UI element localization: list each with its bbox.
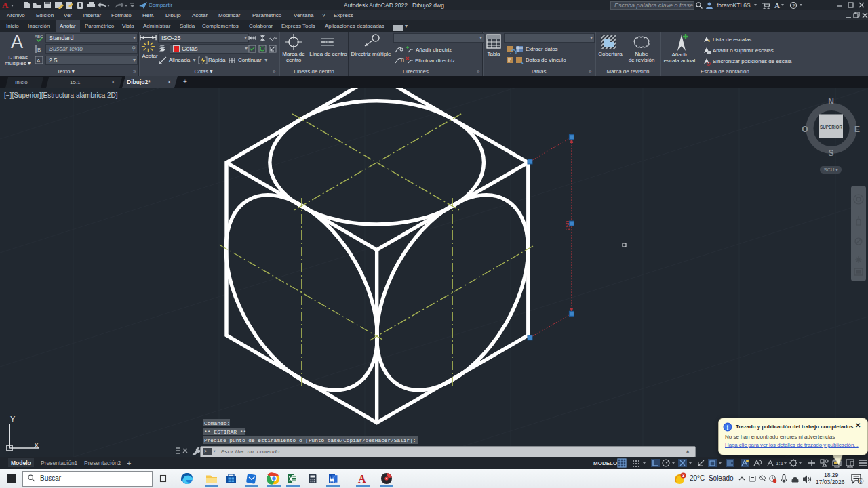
svg-text:1:1: 1:1 [776,460,784,466]
svg-text:8: 8 [401,57,404,64]
svg-text:i: i [727,424,729,431]
svg-text:O: O [802,125,808,134]
svg-text:6: 6 [859,479,862,483]
svg-text:3: 3 [682,473,685,478]
svg-text:A: A [2,0,9,10]
svg-text:S: S [828,148,833,158]
svg-text:A: A [774,1,780,9]
svg-text:A: A [358,473,366,485]
svg-text:X: X [34,441,39,449]
svg-text:N: N [828,97,834,106]
svg-text:B: B [37,47,41,53]
svg-text:Y: Y [10,415,16,423]
svg-text:E: E [854,125,860,134]
svg-text:?: ? [792,3,795,9]
svg-text:A: A [37,58,41,64]
svg-text:SUPERIOR: SUPERIOR [820,125,842,129]
